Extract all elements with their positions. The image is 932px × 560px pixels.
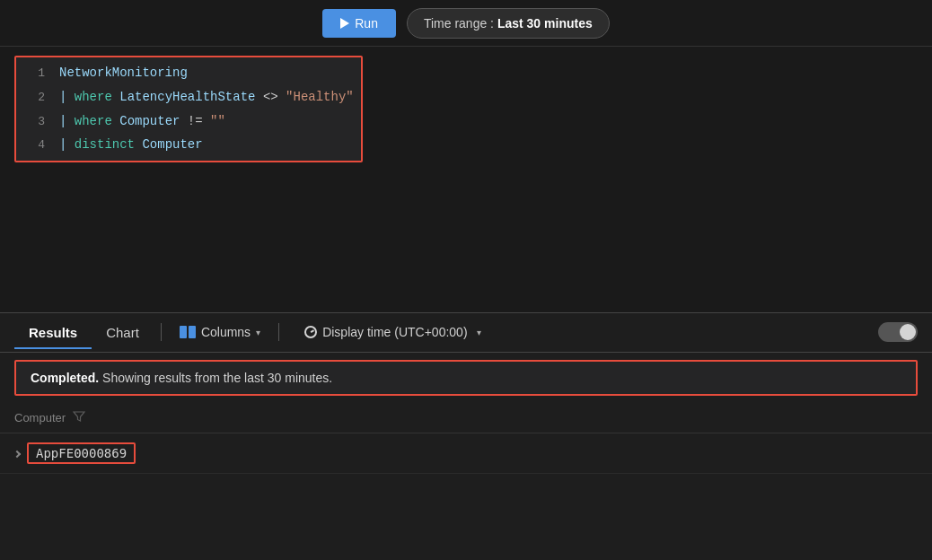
status-bold: Completed. [31,371,99,385]
editor-area[interactable]: 1 NetworkMonitoring 2 | where LatencyHea… [0,47,932,312]
play-icon [340,18,349,29]
results-area: Results Chart Columns ▾ Display time (UT… [0,312,932,561]
code-line-4: 4 | distinct Computer [16,133,361,157]
tab-divider-2 [278,323,279,341]
time-range-prefix: Time range : [424,16,497,31]
columns-icon [180,326,196,338]
line-number-2: 2 [23,89,45,108]
toggle-thumb [900,324,916,340]
table-area: Computer AppFE0000869 [0,403,932,561]
run-button[interactable]: Run [322,9,396,38]
display-time-label: Display time (UTC+00:00) [322,325,467,339]
table-header: Computer [0,403,932,433]
row-expand-icon [14,447,20,459]
time-range-button[interactable]: Time range : Last 30 minutes [407,8,610,39]
code-line-1: 1 NetworkMonitoring [16,61,361,85]
line-number-4: 4 [23,136,45,155]
column-header-computer: Computer [14,411,66,424]
columns-label: Columns [201,325,251,339]
code-line-3: 3 | where Computer != "" [16,109,361,134]
row-value-computer: AppFE0000869 [27,442,136,464]
table-row[interactable]: AppFE0000869 [0,433,932,474]
results-tabs: Results Chart Columns ▾ Display time (UT… [0,313,932,353]
filter-icon[interactable] [73,410,85,425]
display-time-button[interactable]: Display time (UTC+00:00) ▾ [294,319,491,345]
code-content-2: | where LatencyHealthState <> "Healthy" [59,87,354,107]
tab-divider [161,323,162,341]
columns-chevron-icon: ▾ [256,328,260,337]
line-number-1: 1 [23,65,45,83]
header-cell-computer: Computer [14,410,85,425]
toggle-switch[interactable] [878,322,918,342]
status-text: Showing results from the last 30 minutes… [99,371,332,385]
tab-results[interactable]: Results [14,316,92,349]
code-content-4: | distinct Computer [59,135,203,154]
toolbar: Run Time range : Last 30 minutes [0,0,932,47]
code-editor[interactable]: 1 NetworkMonitoring 2 | where LatencyHea… [14,56,363,162]
display-time-chevron-icon: ▾ [477,328,481,337]
time-range-value: Last 30 minutes [497,16,593,31]
clock-icon [304,326,317,338]
code-content-3: | where Computer != "" [59,111,225,131]
tab-chart[interactable]: Chart [92,316,154,349]
run-label: Run [355,16,378,31]
code-line-2: 2 | where LatencyHealthState <> "Healthy… [16,85,361,109]
status-bar: Completed. Showing results from the last… [14,360,918,396]
columns-button[interactable]: Columns ▾ [169,319,271,345]
line-number-3: 3 [23,113,45,132]
code-content-1: NetworkMonitoring [59,63,188,83]
